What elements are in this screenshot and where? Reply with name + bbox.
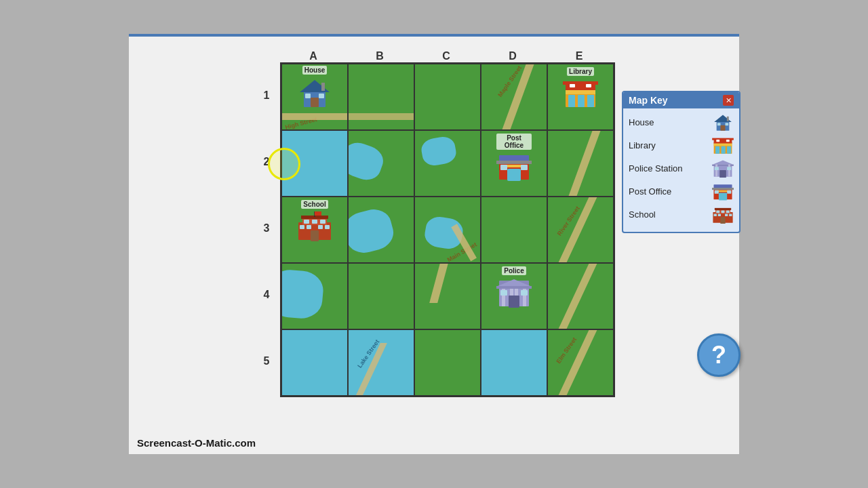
cell-C5[interactable] — [414, 329, 481, 396]
cell-C3[interactable]: Main Street — [414, 197, 481, 263]
svg-rect-31 — [325, 225, 330, 229]
house-label: House — [302, 66, 328, 75]
svg-marker-47 — [714, 115, 732, 123]
cell-A5[interactable] — [281, 329, 348, 396]
svg-rect-11 — [578, 95, 585, 107]
row-5: 5 — [253, 328, 280, 394]
col-B: B — [347, 50, 413, 62]
key-school-label: School — [629, 209, 656, 220]
key-library-icon — [712, 136, 734, 155]
map-key-close-button[interactable]: ✕ — [723, 95, 734, 106]
key-postoffice-label: Post Office — [629, 186, 671, 197]
svg-rect-17 — [496, 161, 532, 164]
cell-A3[interactable]: School — [281, 197, 348, 263]
cell-C2[interactable] — [414, 130, 481, 197]
cell-C1[interactable] — [414, 64, 481, 130]
police-label: Police — [502, 266, 526, 275]
help-icon: ? — [711, 341, 726, 369]
school-label: School — [301, 200, 328, 209]
col-E: E — [546, 50, 612, 62]
svg-rect-63 — [712, 165, 734, 166]
svg-rect-50 — [726, 123, 729, 125]
cell-A2[interactable] — [281, 130, 348, 197]
cell-D5[interactable] — [481, 329, 547, 396]
svg-rect-64 — [715, 165, 717, 177]
cell-E5[interactable]: Elm Street — [547, 329, 614, 396]
svg-rect-14 — [586, 84, 591, 87]
cell-D2[interactable]: Post Office — [481, 130, 547, 197]
svg-rect-25 — [304, 220, 309, 224]
school-icon — [297, 210, 332, 241]
row-headers: 1 2 3 4 5 — [253, 62, 280, 397]
map-grid[interactable]: House — [280, 62, 615, 397]
svg-rect-68 — [727, 167, 731, 170]
cell-B4[interactable] — [348, 263, 414, 329]
post-office-label: Post Office — [496, 134, 532, 150]
svg-rect-21 — [521, 165, 528, 170]
key-school-row: School — [629, 205, 734, 224]
cell-B2[interactable] — [348, 130, 414, 197]
school-building: School — [297, 200, 332, 241]
cell-B5[interactable]: Lake Street — [348, 329, 414, 396]
cell-E1[interactable]: Library — [547, 64, 614, 130]
water-blob-c2 — [420, 135, 458, 167]
high-street — [282, 113, 347, 120]
svg-rect-2 — [311, 98, 319, 107]
svg-rect-41 — [496, 286, 532, 289]
svg-rect-13 — [570, 84, 575, 87]
svg-rect-57 — [722, 146, 726, 154]
svg-rect-44 — [500, 290, 507, 296]
col-C: C — [413, 50, 479, 62]
row-1: 1 — [253, 62, 280, 129]
cell-B3[interactable] — [348, 197, 414, 263]
svg-rect-8 — [563, 81, 598, 85]
svg-rect-26 — [312, 220, 317, 224]
police-building: Police — [496, 266, 532, 308]
map-key-title: Map Key — [629, 95, 668, 106]
svg-marker-1 — [300, 80, 330, 92]
row-4: 4 — [253, 262, 280, 328]
svg-rect-43 — [509, 296, 519, 308]
cell-D1[interactable]: Maple Street — [481, 64, 547, 130]
svg-rect-37 — [502, 286, 505, 306]
svg-rect-83 — [718, 214, 721, 216]
main-street-c4 — [429, 264, 448, 303]
post-office-icon — [496, 151, 532, 181]
road-e4 — [559, 264, 597, 329]
cell-D3[interactable] — [481, 197, 547, 263]
key-house-row: House — [629, 113, 734, 131]
svg-rect-58 — [727, 146, 731, 154]
svg-rect-28 — [300, 225, 304, 229]
svg-marker-62 — [713, 160, 732, 164]
key-postoffice-row: Post Office — [629, 182, 734, 201]
key-police-icon — [712, 159, 734, 178]
svg-rect-71 — [712, 188, 734, 190]
map-container: A B C D E 1 2 3 4 5 — [253, 50, 615, 397]
key-police-row: Police Station — [629, 159, 734, 178]
col-A: A — [280, 50, 347, 62]
cell-C4[interactable] — [414, 263, 481, 329]
map-key: Map Key ✕ House — [622, 91, 741, 233]
svg-rect-84 — [725, 214, 728, 216]
cell-D4[interactable]: Police — [481, 263, 547, 329]
svg-rect-40 — [523, 286, 526, 306]
cell-E4[interactable] — [547, 263, 614, 329]
cell-A4[interactable] — [281, 263, 348, 329]
key-school-icon — [712, 205, 734, 224]
cell-E3[interactable]: River Street — [547, 197, 614, 263]
key-house-icon — [712, 113, 734, 131]
svg-rect-79 — [716, 211, 719, 214]
svg-rect-59 — [716, 140, 719, 142]
svg-rect-27 — [320, 220, 326, 224]
svg-rect-66 — [719, 170, 726, 178]
svg-rect-73 — [719, 192, 727, 200]
cell-A1[interactable]: House — [281, 64, 348, 130]
library-icon — [563, 77, 598, 108]
svg-rect-29 — [307, 225, 311, 229]
watermark: Screencast-O-Matic.com — [137, 437, 256, 449]
cell-E2[interactable] — [547, 130, 614, 197]
library-label: Library — [567, 67, 594, 76]
help-button[interactable]: ? — [697, 333, 741, 377]
cell-B1[interactable] — [348, 64, 414, 130]
svg-rect-30 — [318, 225, 323, 229]
